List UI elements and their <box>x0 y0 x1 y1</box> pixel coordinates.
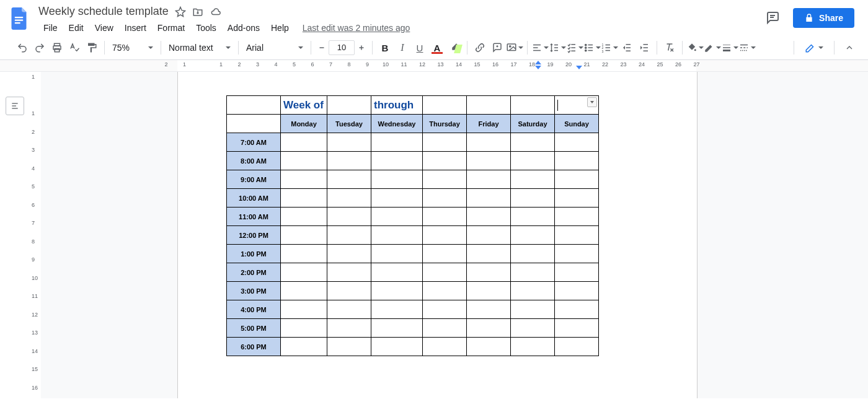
table-cell[interactable] <box>371 319 423 338</box>
paragraph-style-select[interactable]: Normal text <box>165 40 234 56</box>
comments-button[interactable] <box>762 7 783 28</box>
table-cell[interactable] <box>281 133 327 152</box>
zoom-select[interactable]: 75% <box>108 40 157 56</box>
menu-tools[interactable]: Tools <box>191 20 221 35</box>
border-width-button[interactable] <box>721 39 738 56</box>
time-header[interactable]: 10:00 AM <box>227 189 281 208</box>
table-cell[interactable] <box>511 226 555 245</box>
undo-button[interactable] <box>14 39 31 56</box>
last-edit-link[interactable]: Last edit was 2 minutes ago <box>303 23 410 33</box>
right-indent-marker[interactable] <box>576 66 582 69</box>
table-cell[interactable] <box>281 208 327 226</box>
table-cell[interactable] <box>555 338 599 356</box>
table-cell[interactable] <box>281 152 327 170</box>
table-cell[interactable] <box>511 263 555 282</box>
table-cell[interactable] <box>467 170 511 189</box>
table-cell[interactable] <box>281 189 327 208</box>
table-cell[interactable] <box>371 338 423 356</box>
table-cell[interactable] <box>555 263 599 282</box>
table-cell[interactable] <box>227 96 281 115</box>
font-family-select[interactable]: Arial <box>242 40 307 56</box>
table-cell[interactable] <box>371 133 423 152</box>
table-cell[interactable] <box>327 96 371 115</box>
table-cell[interactable] <box>555 319 599 338</box>
font-size-increase[interactable] <box>355 39 368 56</box>
indent-increase-button[interactable] <box>636 39 653 56</box>
table-cell[interactable] <box>555 300 599 319</box>
cloud-status-icon[interactable] <box>210 6 222 17</box>
table-cell[interactable] <box>467 319 511 338</box>
table-cell[interactable] <box>281 300 327 319</box>
insert-image-button[interactable] <box>506 39 523 56</box>
checklist-button[interactable] <box>566 39 583 56</box>
table-cell[interactable] <box>423 282 467 300</box>
left-indent-marker[interactable] <box>535 66 541 69</box>
insert-comment-button[interactable] <box>489 39 506 56</box>
table-cell[interactable] <box>327 133 371 152</box>
table-cell[interactable] <box>511 319 555 338</box>
table-cell[interactable] <box>423 226 467 245</box>
table-cell[interactable] <box>327 263 371 282</box>
first-line-indent-marker[interactable] <box>535 61 541 64</box>
table-cell[interactable] <box>371 152 423 170</box>
table-cell[interactable] <box>555 226 599 245</box>
table-cell[interactable] <box>467 263 511 282</box>
table-cell[interactable] <box>327 338 371 356</box>
table-cell[interactable] <box>371 282 423 300</box>
time-header[interactable]: 5:00 PM <box>227 319 281 338</box>
table-cell[interactable] <box>281 245 327 263</box>
clear-formatting-button[interactable] <box>661 39 678 56</box>
time-header[interactable]: 12:00 PM <box>227 226 281 245</box>
table-cell[interactable] <box>555 170 599 189</box>
table-cell[interactable] <box>555 152 599 170</box>
table-cell[interactable] <box>555 245 599 263</box>
table-cell[interactable] <box>423 133 467 152</box>
time-header[interactable]: 3:00 PM <box>227 282 281 300</box>
bulleted-list-button[interactable] <box>583 39 601 56</box>
editing-mode-button[interactable] <box>800 39 828 56</box>
table-cell[interactable] <box>371 300 423 319</box>
day-header[interactable]: Sunday <box>555 115 599 133</box>
table-cell-active[interactable] <box>555 96 599 115</box>
line-spacing-button[interactable] <box>549 39 566 56</box>
table-cell[interactable] <box>511 189 555 208</box>
table-cell[interactable] <box>555 208 599 226</box>
table-cell[interactable] <box>511 133 555 152</box>
table-cell[interactable] <box>555 282 599 300</box>
table-cell[interactable] <box>467 96 511 115</box>
time-header[interactable]: 4:00 PM <box>227 300 281 319</box>
highlight-color-button[interactable] <box>446 39 463 56</box>
table-cell[interactable] <box>371 226 423 245</box>
document-canvas[interactable]: Week of through Monday Tuesday Wednesda <box>41 72 868 398</box>
spellcheck-button[interactable] <box>66 39 83 56</box>
table-cell[interactable] <box>511 152 555 170</box>
table-cell[interactable] <box>371 263 423 282</box>
table-cell[interactable] <box>423 189 467 208</box>
table-cell[interactable] <box>281 170 327 189</box>
day-header[interactable]: Friday <box>467 115 511 133</box>
border-dash-button[interactable] <box>738 39 756 56</box>
redo-button[interactable] <box>31 39 48 56</box>
table-cell[interactable] <box>511 338 555 356</box>
doc-title[interactable]: Weekly schedule template <box>38 5 169 18</box>
menu-addons[interactable]: Add-ons <box>223 20 265 35</box>
numbered-list-button[interactable]: 123 <box>601 39 618 56</box>
table-cell[interactable] <box>423 96 467 115</box>
table-cell[interactable] <box>371 189 423 208</box>
horizontal-ruler[interactable]: 2112345678910111213141516171819202122232… <box>30 60 868 71</box>
table-cell[interactable] <box>423 263 467 282</box>
table-cell[interactable] <box>281 226 327 245</box>
hide-menus-button[interactable] <box>841 39 858 56</box>
table-cell[interactable] <box>511 245 555 263</box>
table-cell[interactable] <box>423 170 467 189</box>
day-header[interactable]: Tuesday <box>327 115 371 133</box>
table-cell[interactable] <box>511 208 555 226</box>
through-cell[interactable]: through <box>371 96 423 115</box>
time-header[interactable]: 6:00 PM <box>227 338 281 356</box>
time-header[interactable]: 9:00 AM <box>227 170 281 189</box>
table-cell[interactable] <box>327 300 371 319</box>
time-header[interactable]: 8:00 AM <box>227 152 281 170</box>
table-cell[interactable] <box>371 208 423 226</box>
schedule-table[interactable]: Week of through Monday Tuesday Wednesda <box>226 95 599 356</box>
bold-button[interactable]: B <box>376 39 394 56</box>
